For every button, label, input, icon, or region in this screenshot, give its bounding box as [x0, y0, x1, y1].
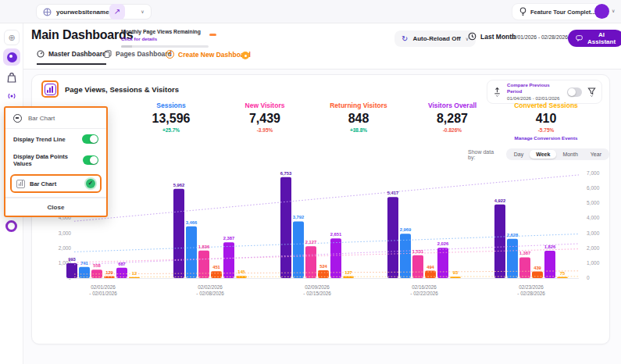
- stat-label: New Visitors: [218, 102, 312, 109]
- trend-line-toggle[interactable]: [82, 134, 98, 144]
- gauge-icon: [37, 50, 45, 58]
- sidebar-item-signal[interactable]: [6, 91, 17, 102]
- svg-text:2,000: 2,000: [587, 245, 600, 251]
- period-selector[interactable]: Last Month: [468, 32, 516, 41]
- svg-text:5,417: 5,417: [387, 191, 399, 195]
- feature-tour-button[interactable]: Feature Tour Complet...: [512, 3, 604, 20]
- date-range-selector[interactable]: 02/01/2026 - 02/28/2026 ∨: [510, 34, 573, 40]
- globe-icon: [43, 8, 52, 16]
- svg-text:5,000: 5,000: [587, 200, 600, 205]
- svg-text:4,000: 4,000: [587, 215, 600, 220]
- option-day[interactable]: Day: [508, 150, 530, 159]
- svg-text:558: 558: [93, 263, 101, 268]
- svg-text:7,000: 7,000: [587, 170, 600, 176]
- svg-text:127: 127: [344, 270, 352, 275]
- svg-text:0: 0: [587, 275, 590, 280]
- lightbulb-icon: [519, 7, 526, 16]
- svg-text:451: 451: [212, 265, 220, 269]
- filter-icon[interactable]: [587, 87, 596, 98]
- chevron-down-icon[interactable]: ∨: [141, 9, 144, 14]
- tab-master-dashboard[interactable]: Master Dashboard: [37, 50, 106, 65]
- compare-previous-period[interactable]: Compare Previous Period 01/04/2026 - 02/…: [507, 82, 562, 102]
- svg-text:- 02/15/2026: - 02/15/2026: [303, 291, 331, 296]
- manage-conversion-events-link[interactable]: Manage Conversion Events: [499, 135, 593, 141]
- avatar-chevron-icon[interactable]: ∨: [612, 9, 615, 13]
- svg-text:2,628: 2,628: [507, 233, 519, 237]
- quota-details-link[interactable]: Click for details: [121, 36, 223, 41]
- popup-header: Bar Chart: [5, 108, 106, 128]
- plus-circle-icon: +: [166, 50, 174, 59]
- compare-toggle[interactable]: [567, 87, 582, 97]
- tab-label: Pages Dashboard: [116, 50, 172, 58]
- svg-text:2,127: 2,127: [305, 240, 317, 244]
- option-year[interactable]: Year: [584, 150, 608, 159]
- stat-label: Visitors Overall: [405, 102, 499, 109]
- stat-new-visitors: New Visitors 7,439 -3.95%: [218, 102, 312, 148]
- stat-label: Returning Visitors: [312, 102, 405, 109]
- avatar[interactable]: [594, 4, 609, 19]
- bar-glyph: [47, 90, 48, 93]
- svg-text:93: 93: [453, 270, 459, 275]
- chart-type-icon: [13, 114, 22, 123]
- tutorial-badge-icon[interactable]: [241, 52, 249, 59]
- svg-text:3,000: 3,000: [587, 230, 600, 236]
- svg-text:- 02/28/2026: - 02/28/2026: [517, 291, 545, 296]
- popup-title: Bar Chart: [28, 115, 55, 122]
- tab-pages-dashboard[interactable]: Pages Dashboard: [104, 50, 172, 63]
- tab-create-new-dashboard[interactable]: + Create New Dashboard: [166, 50, 251, 64]
- ai-assistant-button[interactable]: AI Assistant: [568, 30, 621, 47]
- chart-settings-popup: Bar Chart Display Trend Line Display Dat…: [4, 106, 108, 217]
- sidebar-item-add[interactable]: ⊕: [4, 30, 20, 45]
- svg-text:1,000: 1,000: [587, 260, 600, 266]
- site-selector[interactable]: yourwebsitename.com ∨: [36, 4, 152, 20]
- quota-progress-bar: [121, 45, 209, 48]
- sidebar-item-dashboards-active[interactable]: [3, 48, 20, 66]
- page-title: Main Dashboards: [31, 28, 133, 42]
- svg-text:741: 741: [80, 261, 88, 266]
- option-week-selected[interactable]: Week: [530, 150, 556, 159]
- option-month[interactable]: Month: [556, 150, 584, 159]
- svg-text:12: 12: [132, 271, 137, 276]
- svg-text:1,387: 1,387: [519, 251, 531, 255]
- sidebar-item-settings[interactable]: [5, 220, 17, 232]
- data-points-label: Display Data Points Values: [13, 153, 83, 167]
- bar-glyph: [49, 87, 51, 93]
- stat-value: 8,287: [405, 112, 499, 126]
- close-button[interactable]: Close: [5, 198, 106, 216]
- svg-text:02/23/2026: 02/23/2026: [519, 284, 544, 290]
- bar-chart-option-selected[interactable]: Bar Chart ✓: [10, 174, 102, 193]
- chart-title: Page Views, Sessions & Visitors: [65, 85, 179, 94]
- trend-line-label: Display Trend Line: [13, 136, 66, 143]
- bar-glyph: [52, 86, 53, 93]
- auto-reload-dropdown[interactable]: ↻ Auto-Reload Off ∨: [394, 30, 476, 47]
- export-icon[interactable]: [493, 87, 501, 98]
- svg-text:6,753: 6,753: [280, 171, 292, 176]
- bar-chart[interactable]: 001,0001,0002,0002,0003,0003,0004,0004,0…: [35, 165, 613, 307]
- svg-text:1,531: 1,531: [412, 249, 424, 254]
- stat-visitors-overall: Visitors Overall 8,287 -0.826%: [405, 102, 499, 148]
- stat-delta: -5.75%: [499, 127, 593, 133]
- data-points-toggle[interactable]: [83, 155, 98, 165]
- svg-text:2,000: 2,000: [59, 245, 72, 251]
- stat-label: Converted Sessions: [499, 102, 593, 109]
- stat-label: Sessions: [124, 102, 218, 109]
- stat-delta: +38.8%: [312, 127, 405, 133]
- svg-text:3,466: 3,466: [186, 220, 198, 225]
- clock-icon: [468, 32, 476, 41]
- data-points-row: Display Data Points Values: [5, 148, 106, 171]
- ai-assistant-label: AI Assistant: [587, 31, 616, 45]
- sidebar-item-store[interactable]: [6, 72, 17, 84]
- svg-text:02/16/2026: 02/16/2026: [412, 284, 437, 290]
- svg-text:- 02/01/2026: - 02/01/2026: [89, 291, 117, 296]
- svg-text:3,792: 3,792: [293, 215, 305, 219]
- chart-toolbar: Compare Previous Period 01/04/2026 - 02/…: [487, 80, 602, 104]
- stat-sessions: Sessions 13,596 +25.7%: [124, 102, 218, 148]
- svg-text:439: 439: [534, 266, 541, 270]
- stat-delta: +25.7%: [124, 127, 218, 133]
- svg-text:5,962: 5,962: [173, 183, 185, 187]
- svg-text:2,969: 2,969: [400, 227, 412, 232]
- check-icon: ✓: [86, 179, 95, 188]
- open-site-button[interactable]: ↗: [109, 4, 125, 20]
- toggle-knob: [90, 135, 98, 143]
- chart-type-button[interactable]: [45, 84, 56, 95]
